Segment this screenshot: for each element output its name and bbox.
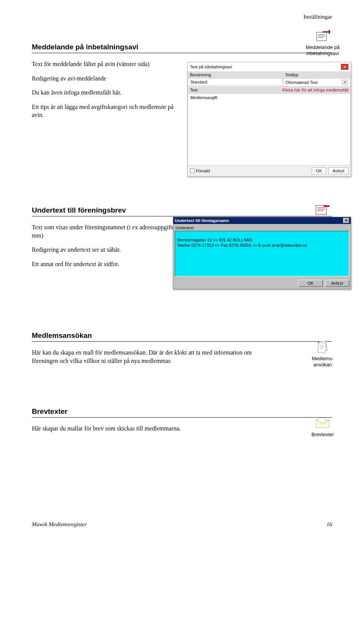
section-title: Brevtexter	[32, 407, 332, 416]
page-footer: Mawik Medlemsregister 16	[32, 521, 332, 528]
section-title: Undertext till föreningsbrev	[32, 206, 332, 214]
body-text: Ett tips är att lägga med avgiftskategor…	[32, 103, 180, 119]
icon-caption: Meddelande på inbetalningsavi	[302, 44, 344, 56]
close-icon[interactable]: ✕	[343, 218, 349, 223]
body-text: Här kan du skapa en mall för medlemsansö…	[32, 348, 275, 365]
body-text: Här skapar du mallar för brev som skicka…	[32, 424, 275, 433]
envelope-icon	[314, 416, 332, 431]
svg-rect-14	[318, 342, 326, 353]
section-title: Medlemsansökan	[32, 331, 332, 340]
close-icon[interactable]: ✕	[341, 64, 348, 70]
ok-button[interactable]: OK	[312, 167, 326, 174]
divider	[32, 53, 332, 53]
icon-thumb-brevtexter[interactable]: Brevtexter	[302, 416, 344, 438]
label-text: Text	[188, 87, 220, 93]
field-texttyp[interactable]: Oformaterad Text ▾	[283, 78, 351, 87]
textarea-content: Stenbomsgatan 10 <> 821 42 BOLLNÄS Telef…	[177, 238, 307, 248]
write-note-icon	[314, 28, 332, 44]
value-text: Oformaterad Text	[286, 80, 318, 85]
label-undertext: Undertext	[175, 225, 349, 231]
section-title: Meddelande på inbetalningsavi	[32, 43, 332, 51]
avbryt-button[interactable]: Avbryt	[325, 280, 349, 287]
svg-rect-19	[318, 418, 325, 423]
section-undertext: Undertext till föreningsbrev Text som vi…	[32, 206, 332, 305]
svg-rect-6	[329, 30, 330, 34]
documents-icon	[314, 340, 332, 355]
checkbox-label: Förvald	[196, 169, 210, 173]
icon-thumb-medlemsansokan[interactable]: Medlems- ansökan	[302, 340, 344, 367]
section-meddelande: Meddelande på inbetalningsavi Text för m…	[32, 43, 332, 180]
value-text: Standard	[190, 80, 207, 84]
ok-button[interactable]: OK	[298, 280, 323, 287]
svg-rect-0	[317, 32, 326, 41]
dialog-title: Text på inbetalningsavi	[190, 65, 232, 69]
section-brevtexter: Brevtexter Här skapar du mallar för brev…	[32, 407, 332, 453]
svg-marker-11	[324, 205, 329, 207]
dialog-undertext-foretagsnamn: Undertext till företagsnamn ✕ Undertext …	[173, 217, 351, 289]
body-text: Text för meddelande fältet på avin (väns…	[32, 60, 180, 68]
body-text: Redigering av undertext ser ut såhär.	[32, 246, 180, 254]
dialog-text-pa-inbetalningsavi: Text på inbetalningsavi ✕ Benämning Stan…	[187, 62, 351, 177]
divider	[32, 417, 332, 418]
page-category: Inställningar	[32, 14, 332, 20]
footer-page-number: 16	[326, 521, 332, 528]
divider	[32, 216, 332, 216]
textarea-undertext[interactable]: Stenbomsgatan 10 <> 821 42 BOLLNÄS Telef…	[175, 231, 349, 276]
textarea-content: Medlemsavgift	[190, 95, 217, 100]
label-texttyp: Texttyp	[283, 71, 351, 78]
link-infoga-medlemsfalt[interactable]: Klicka här för att infoga medlemsfält	[220, 87, 351, 93]
field-benamning[interactable]: Standard	[188, 78, 283, 86]
body-text: Du kan även infoga medlemsfält här.	[32, 88, 180, 97]
checkbox-icon	[190, 169, 195, 173]
icon-caption: Medlems- ansökan	[302, 356, 344, 367]
icon-caption: Brevtexter	[302, 432, 344, 438]
checkbox-forvald[interactable]: Förvald	[190, 169, 210, 173]
footer-product: Mawik Medlemsregister	[32, 521, 87, 528]
section-medlemsansokan: Medlemsansökan Här kan du skapa en mall …	[32, 331, 332, 381]
divider	[32, 341, 332, 342]
body-text: Redigering av avi-meddelande	[32, 74, 180, 83]
red-write-icon	[314, 202, 332, 218]
body-text: Text som visas under föreningsnamnet (t …	[32, 223, 180, 240]
textarea-text[interactable]: Medlemsavgift	[188, 93, 351, 166]
chevron-down-icon[interactable]: ▾	[342, 80, 348, 85]
dialog-title: Undertext till företagsnamn	[175, 218, 229, 223]
avbryt-button[interactable]: Avbryt	[328, 167, 348, 174]
icon-thumb-meddelande[interactable]: Meddelande på inbetalningsavi	[302, 28, 344, 56]
body-text: Ett annat ord för undertext är sidfot.	[32, 260, 180, 268]
label-benamning: Benämning	[188, 71, 283, 78]
